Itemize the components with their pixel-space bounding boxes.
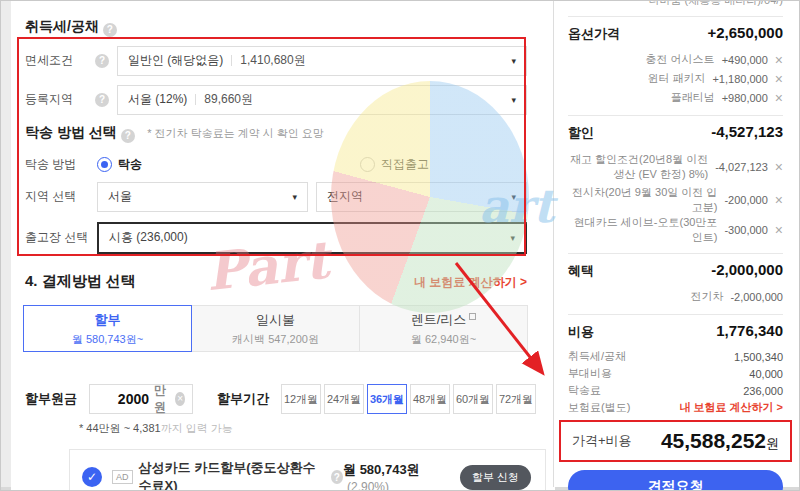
item-value: -2,000,000: [730, 291, 783, 303]
remove-icon[interactable]: ×: [775, 223, 783, 237]
chevron-down-icon: ▾: [292, 192, 297, 202]
divider: [231, 55, 232, 66]
remove-icon[interactable]: ×: [775, 91, 783, 105]
region-select-label: 지역 선택: [25, 188, 97, 205]
delivery-section: 탁송 방법 선택? * 전기차 탁송료는 계약 시 확인 요망 탁송 방법 탁송…: [25, 123, 527, 254]
radio-direct-pickup[interactable]: 직접출고: [360, 156, 429, 173]
remove-icon[interactable]: ×: [775, 193, 783, 207]
option-item: 충전 어시스트 +490,000 ×: [568, 50, 783, 69]
check-icon[interactable]: ✓: [82, 467, 102, 487]
discount-group: 할인 -4,527,123 재고 할인조건(20년8월 이전 생산 (EV 한정…: [568, 123, 783, 245]
benefit-group: 혜택 -2,000,000 전기차 -2,000,000: [568, 261, 783, 306]
term-36[interactable]: 36개월: [367, 384, 407, 414]
registration-region-select[interactable]: 서울 (12%) 89,660원 ▾: [117, 85, 527, 115]
subregion-select[interactable]: 전지역 ▾: [316, 182, 527, 212]
tab-installment[interactable]: 할부 월 580,743원~: [23, 305, 192, 352]
discount-item: 전시차(20년 9월 30일 이전 입고분) -200,000 ×: [568, 185, 783, 215]
clipped-option-line: 더바움 (채용증 배터리)/04/): [568, 1, 783, 8]
delivery-method-label: 탁송 방법: [25, 156, 97, 173]
term-60[interactable]: 60개월: [453, 384, 493, 414]
tab-label: 일시불: [256, 311, 295, 329]
cost-item: 부대비용 40,000: [568, 365, 783, 382]
tab-label: 렌트/리스: [411, 311, 477, 329]
term-12[interactable]: 12개월: [281, 384, 321, 414]
benefit-amount: -2,000,000: [711, 261, 783, 278]
discount-amount: -4,527,123: [711, 123, 783, 140]
rent-lease-info-icon: [469, 313, 476, 320]
total-label: 가격+비용: [572, 432, 632, 450]
item-label: 취득세/공채: [568, 349, 626, 364]
chevron-down-icon: ▾: [511, 192, 516, 202]
chevron-down-icon: ▾: [510, 233, 515, 243]
tab-sub: 캐시백 547,200원: [232, 332, 319, 347]
item-label: 부대비용: [568, 366, 612, 381]
region-select-row: 지역 선택 서울 ▾ 전지역 ▾: [25, 182, 527, 212]
select-value: 일반인 (해당없음): [128, 52, 223, 69]
select-value: 시흥 (236,000): [109, 229, 188, 246]
item-label: 현대카드 세이브-오토(30만포인트): [568, 215, 717, 245]
item-value: +980,000: [722, 92, 768, 104]
clear-icon[interactable]: ×: [175, 392, 185, 406]
tab-lump-sum[interactable]: 일시불 캐시백 547,200원: [191, 305, 360, 352]
tax-exemption-select[interactable]: 일반인 (해당없음) 1,410,680원 ▾: [117, 46, 527, 76]
depot-select-label: 출고장 선택: [25, 229, 97, 246]
radio-icon: [360, 157, 375, 172]
remove-icon[interactable]: ×: [775, 160, 783, 174]
term-options: 12개월 24개월 36개월 48개월 60개월 72개월: [281, 384, 536, 414]
help-icon[interactable]: ?: [121, 129, 135, 143]
chevron-down-icon: ▾: [511, 95, 516, 105]
divider: [568, 115, 783, 116]
term-label: 할부기간: [217, 390, 269, 408]
tax-section: 취득세/공채? 면세조건? 일반인 (해당없음) 1,410,680원 ▾ 등록…: [25, 17, 527, 115]
divider: [568, 16, 783, 17]
request-quote-button[interactable]: 견적요청: [568, 470, 783, 491]
price-summary-panel: 더바움 (채용증 배터리)/04/) 옵션가격 +2,650,000 충전 어시…: [553, 1, 797, 487]
term-72[interactable]: 72개월: [496, 384, 536, 414]
radio-delivery[interactable]: 탁송: [97, 156, 142, 173]
cost-title: 비용: [568, 323, 594, 341]
option-item: 플래티넘 +980,000 ×: [568, 88, 783, 107]
principal-label: 할부원금: [25, 390, 77, 408]
benefit-item: 전기차 -2,000,000: [568, 287, 783, 306]
depot-select[interactable]: 시흥 (236,000) ▾: [97, 222, 527, 254]
region-select[interactable]: 서울 ▾: [97, 182, 308, 212]
depot-select-row: 출고장 선택 시흥 (236,000) ▾: [25, 222, 527, 254]
term-24[interactable]: 24개월: [324, 384, 364, 414]
insurance-calc-link[interactable]: 내 보험료 계산하기 >: [414, 274, 527, 291]
select-value: 서울 (12%): [128, 91, 187, 108]
apply-installment-button[interactable]: 할부 신청: [460, 465, 531, 490]
discount-item: 재고 할인조건(20년8월 이전 생산 (EV 한정) 8%) -4,027,1…: [568, 149, 783, 185]
help-icon[interactable]: ?: [95, 54, 109, 68]
help-icon[interactable]: ?: [95, 93, 109, 107]
radio-icon: [97, 157, 112, 172]
item-label: 전시차(20년 9월 30일 이전 입고분): [568, 185, 717, 215]
insurance-calc-link[interactable]: 내 보험료 계산하기 >: [679, 400, 783, 415]
item-value: -200,000: [724, 194, 767, 206]
remove-icon[interactable]: ×: [775, 72, 783, 86]
help-icon[interactable]: ?: [103, 23, 117, 37]
principal-input[interactable]: [97, 391, 149, 407]
item-label: 탁송료: [568, 383, 601, 398]
registration-region-row: 등록지역? 서울 (12%) 89,660원 ▾: [25, 85, 527, 115]
select-price: 89,660원: [204, 91, 253, 108]
delivery-note: * 전기차 탁송료는 계약 시 확인 요망: [147, 127, 324, 139]
note-range: * 44만원 ~ 4,381: [79, 422, 161, 434]
term-48[interactable]: 48개월: [410, 384, 450, 414]
discount-item: 현대카드 세이브-오토(30만포인트) -300,000 ×: [568, 215, 783, 245]
item-value: -4,027,123: [715, 161, 768, 173]
item-value: 1,500,340: [734, 351, 783, 363]
card-installment-row[interactable]: ✓ AD 삼성카드 카드할부(중도상환수수료X) ? 월 580,743원(2.…: [82, 459, 531, 491]
insurance-row: 보험료(별도) 내 보험료 계산하기 >: [568, 399, 783, 416]
divider: [568, 314, 783, 315]
payment-tabs: 할부 월 580,743원~ 일시불 캐시백 547,200원 렌트/리스 월 …: [23, 305, 528, 352]
help-icon[interactable]: ?: [331, 470, 343, 484]
remove-icon[interactable]: ×: [775, 53, 783, 67]
cost-item: 탁송료 236,000: [568, 382, 783, 399]
page-left-gutter: [1, 1, 11, 490]
ad-badge: AD: [112, 470, 133, 484]
payment-section-header: 4. 결제방법 선택 내 보험료 계산하기 >: [25, 272, 527, 291]
tab-rent-lease[interactable]: 렌트/리스 월 62,940원~: [359, 305, 528, 352]
cost-group: 비용 1,776,340 취득세/공채 1,500,340 부대비용 40,00…: [568, 322, 783, 416]
item-label: 충전 어시스트: [646, 52, 715, 67]
delivery-section-title: 탁송 방법 선택: [25, 124, 117, 140]
